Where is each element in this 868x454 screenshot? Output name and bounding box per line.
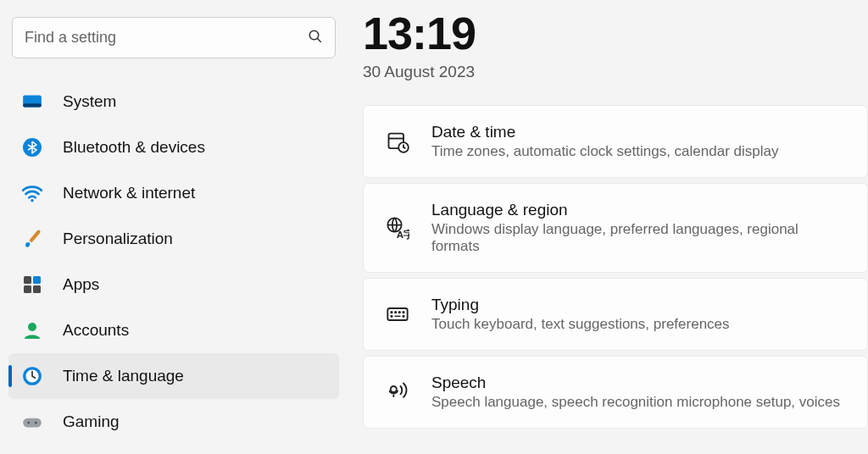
sidebar-item-network[interactable]: Network & internet bbox=[8, 170, 339, 216]
search-input[interactable] bbox=[25, 29, 308, 47]
keyboard-icon bbox=[384, 301, 411, 328]
card-text: Date & time Time zones, automatic clock … bbox=[431, 123, 847, 160]
clock-time: 13:19 bbox=[363, 7, 868, 59]
nav-label: Accounts bbox=[63, 321, 129, 340]
person-icon bbox=[20, 318, 44, 342]
svg-text:A字: A字 bbox=[397, 229, 409, 240]
system-icon bbox=[20, 90, 44, 114]
nav-label: Time & language bbox=[63, 367, 184, 385]
svg-rect-22 bbox=[387, 308, 407, 320]
search-icon bbox=[308, 29, 323, 47]
svg-point-25 bbox=[399, 312, 400, 313]
card-title: Typing bbox=[431, 296, 847, 314]
sidebar-item-bluetooth[interactable]: Bluetooth & devices bbox=[8, 125, 339, 170]
nav-label: Apps bbox=[63, 275, 99, 294]
apps-icon bbox=[20, 273, 44, 296]
card-title: Date & time bbox=[431, 123, 847, 141]
svg-point-5 bbox=[31, 199, 33, 202]
svg-point-30 bbox=[391, 386, 397, 392]
sidebar-item-time-language[interactable]: Time & language bbox=[8, 353, 339, 399]
svg-point-0 bbox=[309, 30, 319, 40]
sidebar: System Bluetooth & devices Network & int… bbox=[0, 0, 348, 454]
sidebar-item-gaming[interactable]: Gaming bbox=[8, 399, 339, 445]
clock-date: 30 August 2023 bbox=[363, 63, 868, 81]
card-title: Language & region bbox=[431, 201, 847, 219]
nav-label: Gaming bbox=[63, 412, 120, 431]
card-language-region[interactable]: A字 Language & region Windows display lan… bbox=[363, 183, 868, 273]
nav-label: System bbox=[63, 92, 116, 111]
sidebar-item-apps[interactable]: Apps bbox=[8, 262, 339, 307]
svg-point-11 bbox=[28, 323, 36, 331]
svg-point-29 bbox=[403, 316, 403, 317]
svg-line-1 bbox=[317, 38, 321, 42]
svg-rect-10 bbox=[33, 285, 41, 293]
svg-point-15 bbox=[27, 422, 30, 424]
svg-point-23 bbox=[391, 312, 392, 313]
nav-label: Network & internet bbox=[63, 184, 195, 202]
nav-label: Bluetooth & devices bbox=[63, 138, 205, 157]
card-desc: Windows display language, preferred lang… bbox=[431, 221, 847, 255]
svg-point-26 bbox=[403, 312, 403, 313]
bluetooth-icon bbox=[20, 136, 44, 159]
search-box[interactable] bbox=[12, 17, 336, 58]
card-desc: Time zones, automatic clock settings, ca… bbox=[431, 143, 847, 160]
svg-point-24 bbox=[395, 312, 396, 313]
svg-rect-3 bbox=[23, 103, 42, 107]
svg-point-27 bbox=[391, 316, 392, 317]
card-date-time[interactable]: Date & time Time zones, automatic clock … bbox=[363, 105, 868, 178]
svg-point-16 bbox=[35, 422, 37, 424]
content-panel: 13:19 30 August 2023 Date & time Time zo… bbox=[348, 0, 868, 454]
card-text: Language & region Windows display langua… bbox=[431, 201, 847, 255]
calendar-clock-icon bbox=[384, 128, 411, 155]
sidebar-item-system[interactable]: System bbox=[8, 79, 339, 125]
card-speech[interactable]: Speech Speech language, speech recogniti… bbox=[363, 356, 868, 429]
sidebar-item-accounts[interactable]: Accounts bbox=[8, 307, 339, 353]
svg-rect-6 bbox=[29, 230, 41, 243]
card-typing[interactable]: Typing Touch keyboard, text suggestions,… bbox=[363, 278, 868, 351]
svg-rect-7 bbox=[24, 276, 31, 284]
svg-rect-8 bbox=[33, 276, 41, 284]
paintbrush-icon bbox=[20, 227, 44, 251]
sidebar-item-personalization[interactable]: Personalization bbox=[8, 216, 339, 262]
microphone-speech-icon bbox=[384, 379, 411, 406]
svg-rect-14 bbox=[23, 418, 42, 428]
clock-globe-icon bbox=[20, 364, 44, 388]
globe-language-icon: A字 bbox=[384, 214, 411, 241]
nav-list: System Bluetooth & devices Network & int… bbox=[8, 79, 339, 445]
settings-cards: Date & time Time zones, automatic clock … bbox=[363, 105, 868, 429]
nav-label: Personalization bbox=[63, 230, 173, 248]
card-desc: Touch keyboard, text suggestions, prefer… bbox=[431, 316, 847, 333]
card-desc: Speech language, speech recognition micr… bbox=[431, 394, 847, 411]
wifi-icon bbox=[20, 181, 44, 205]
gamepad-icon bbox=[20, 410, 44, 434]
card-title: Speech bbox=[431, 374, 847, 392]
card-text: Speech Speech language, speech recogniti… bbox=[431, 374, 847, 411]
svg-rect-9 bbox=[24, 285, 31, 293]
card-text: Typing Touch keyboard, text suggestions,… bbox=[431, 296, 847, 333]
